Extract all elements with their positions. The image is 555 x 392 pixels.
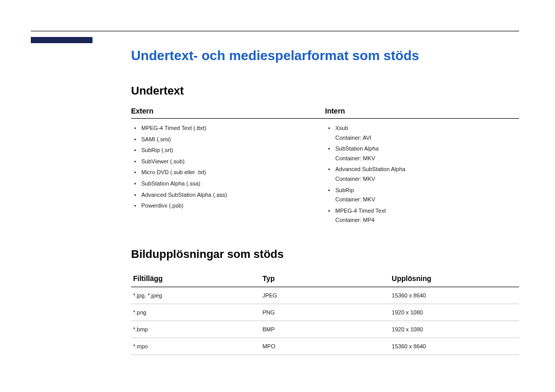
th-type: Typ	[261, 270, 390, 287]
list-item: SubStation AlphaContainer: MKV	[336, 144, 520, 163]
subtitle-section-heading: Undertext	[131, 84, 519, 98]
list-item: Micro DVD (.sub eller .txt)	[141, 168, 325, 177]
intern-item-name: SubStation Alpha	[336, 145, 379, 152]
intern-item-container: Container: MKV	[336, 195, 520, 204]
table-row: *.pngPNG1920 x 1080	[131, 304, 519, 321]
list-item: SubStation Alpha (.ssa)	[141, 179, 325, 189]
cell-type: PNG	[261, 304, 390, 321]
intern-item-container: Container: MP4	[336, 216, 520, 225]
cell-type: JPEG	[261, 287, 390, 304]
table-row: *.mpoMPO15360 x 8640	[131, 338, 519, 354]
subtitle-lists: MPEG-4 Timed Text (.ttxt)SAMI (.smi)SubR…	[131, 124, 519, 227]
intern-list: XsubContainer: AVISubStation AlphaContai…	[325, 124, 520, 225]
list-item: SubViewer (.sub)	[141, 157, 325, 166]
list-item: XsubContainer: AVI	[336, 124, 520, 142]
list-item: Powerdivx (.psb)	[141, 201, 325, 211]
cell-res: 1920 x 1080	[390, 321, 519, 338]
cell-ext: *.png	[131, 304, 261, 321]
page-title: Undertext- och mediespelarformat som stö…	[131, 48, 519, 64]
cell-ext: *.jpg, *.jpeg	[131, 287, 261, 304]
table-row: *.bmpBMP1920 x 1080	[131, 321, 519, 338]
cell-res: 1920 x 1080	[390, 304, 519, 321]
cell-type: MPO	[261, 338, 390, 354]
list-item: Advanced SubStation AlphaContainer: MKV	[336, 165, 520, 183]
extern-list: MPEG-4 Timed Text (.ttxt)SAMI (.smi)SubR…	[131, 124, 325, 211]
intern-item-name: SubRip	[336, 187, 354, 193]
page-content: Undertext- och mediespelarformat som stö…	[131, 31, 519, 355]
side-accent-bar	[31, 37, 92, 43]
cell-res: 15360 x 8640	[390, 338, 519, 354]
intern-item-container: Container: MKV	[336, 175, 520, 184]
intern-list-col: XsubContainer: AVISubStation AlphaContai…	[325, 124, 520, 227]
list-item: MPEG-4 Timed Text (.ttxt)	[141, 124, 325, 133]
image-resolution-table: Filtillägg Typ Upplösning *.jpg, *.jpegJ…	[131, 270, 519, 355]
top-rule	[31, 31, 519, 31]
intern-item-name: Xsub	[336, 125, 348, 131]
subtitle-columns-header: Extern Intern	[131, 107, 519, 119]
list-item: SubRipContainer: MKV	[336, 186, 520, 204]
list-item: MPEG-4 Timed TextContainer: MP4	[336, 207, 520, 225]
cell-ext: *.bmp	[131, 321, 261, 338]
extern-list-col: MPEG-4 Timed Text (.ttxt)SAMI (.smi)SubR…	[131, 124, 325, 227]
list-item: SubRip (.srt)	[141, 146, 325, 155]
table-header-row: Filtillägg Typ Upplösning	[131, 270, 519, 287]
cell-ext: *.mpo	[131, 338, 261, 354]
intern-item-name: Advanced SubStation Alpha	[336, 166, 405, 172]
cell-res: 15360 x 8640	[390, 287, 519, 304]
intern-item-name: MPEG-4 Timed Text	[336, 208, 386, 214]
th-ext: Filtillägg	[131, 270, 261, 287]
list-item: SAMI (.smi)	[141, 135, 325, 144]
intern-item-container: Container: MKV	[336, 154, 520, 163]
image-table-body: *.jpg, *.jpegJPEG15360 x 8640*.pngPNG192…	[131, 287, 519, 354]
th-res: Upplösning	[390, 270, 519, 287]
image-section-heading: Bildupplösningar som stöds	[131, 248, 519, 261]
intern-col-label: Intern	[325, 107, 520, 115]
extern-col-label: Extern	[131, 107, 325, 115]
intern-item-container: Container: AVI	[336, 134, 520, 143]
cell-type: BMP	[261, 321, 390, 338]
table-row: *.jpg, *.jpegJPEG15360 x 8640	[131, 287, 519, 304]
list-item: Advanced SubStation Alpha (.ass)	[141, 191, 325, 200]
